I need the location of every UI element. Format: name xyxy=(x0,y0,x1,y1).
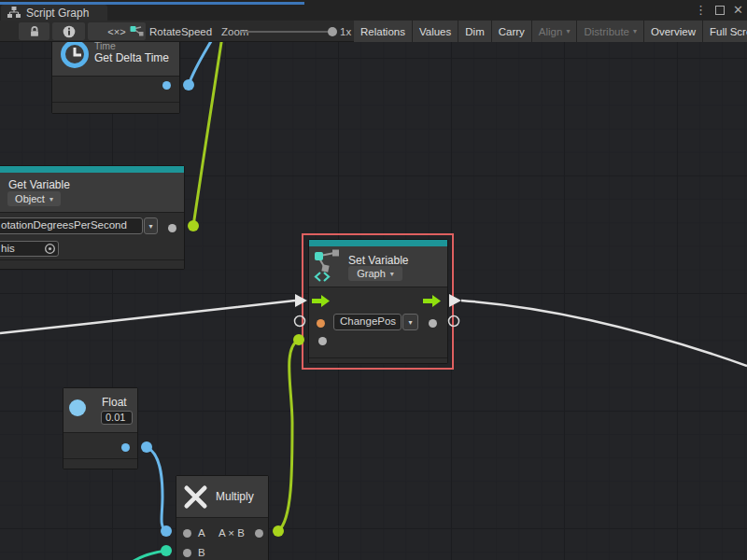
variable-name-dropdown-button[interactable]: ▾ xyxy=(144,217,158,234)
float-output-port[interactable] xyxy=(121,443,130,452)
wire-endpoint xyxy=(183,79,194,91)
multiply-result-wire[interactable] xyxy=(278,340,299,531)
tab-bar: Script Graph ⋮ ✕ xyxy=(0,0,747,21)
multiply-icon xyxy=(183,484,208,510)
flow-input-arrow[interactable] xyxy=(312,295,331,307)
toolbar-buttons: Relations Values Dim Carry Align▾ Distri… xyxy=(354,21,747,42)
graph-breadcrumb[interactable]: RotateSpeed xyxy=(130,21,212,42)
node-get-delta-time[interactable]: Time Get Delta Time xyxy=(51,42,180,114)
code-view-icon: <×> xyxy=(107,26,125,37)
info-icon xyxy=(63,25,76,38)
variable-scope-dropdown[interactable]: Object▾ xyxy=(7,191,61,206)
unity-script-graph-window: Script Graph ⋮ ✕ <×> xyxy=(0,0,747,560)
graph-canvas[interactable]: Time Get Delta Time Get Variable Object▾… xyxy=(0,42,747,560)
maximize-icon[interactable] xyxy=(715,6,725,15)
input-a-label: A xyxy=(198,527,205,539)
float-wire[interactable] xyxy=(147,447,166,531)
chevron-down-icon: ▾ xyxy=(49,195,53,203)
chevron-down-icon: ▾ xyxy=(148,222,152,231)
node-title: Get Variable xyxy=(8,178,70,191)
tab-title: Script Graph xyxy=(26,7,89,20)
menu-icon[interactable]: ⋮ xyxy=(695,2,707,19)
wire-endpoint xyxy=(188,220,199,231)
input-b-port[interactable] xyxy=(183,549,191,557)
chevron-down-icon: ▾ xyxy=(408,318,412,327)
node-float[interactable]: Float 0.01 xyxy=(63,387,138,469)
variable-name-text: otationDegreesPerSecond xyxy=(1,219,127,231)
zoom-slider-handle[interactable] xyxy=(328,27,337,36)
output-label: A × B xyxy=(218,527,245,539)
zoom-value: 1x xyxy=(340,21,351,42)
variable-name-text: ChangePos xyxy=(340,315,396,327)
graph-node-icon xyxy=(130,25,144,37)
variable-input-port[interactable] xyxy=(317,319,325,328)
flow-wire-left[interactable] xyxy=(0,301,295,333)
carry-button[interactable]: Carry xyxy=(492,21,531,42)
node-title: Get Delta Time xyxy=(94,51,169,64)
variable-node-strip xyxy=(309,240,447,246)
graph-toolbar: <×> RotateSpeed Zoom 1x Relations Values… xyxy=(0,21,747,42)
node-title: Float xyxy=(102,396,127,409)
flow-output-arrow[interactable] xyxy=(423,295,442,307)
wire-endpoint xyxy=(273,525,284,537)
lock-button[interactable] xyxy=(19,22,49,40)
overview-button[interactable]: Overview xyxy=(644,21,702,42)
dim-button[interactable]: Dim xyxy=(458,21,490,42)
values-button[interactable]: Values xyxy=(413,21,458,42)
output-port[interactable] xyxy=(255,529,263,538)
node-get-variable[interactable]: Get Variable Object▾ otationDegreesPerSe… xyxy=(0,165,185,270)
input-a-port[interactable] xyxy=(183,529,191,538)
input-b-label: B xyxy=(198,547,205,558)
get-variable-wire[interactable] xyxy=(193,42,222,226)
node-category: Time xyxy=(94,42,116,51)
variable-scope-dropdown[interactable]: Graph▾ xyxy=(348,266,402,281)
chevron-down-icon: ▾ xyxy=(566,27,570,35)
flow-wire-right[interactable] xyxy=(461,301,747,366)
clock-icon xyxy=(59,42,91,70)
float-value-text: 0.01 xyxy=(106,412,125,423)
wire-endpoint xyxy=(161,525,172,537)
window-controls: ⋮ ✕ xyxy=(695,2,743,19)
tab-script-graph[interactable]: Script Graph xyxy=(1,5,107,21)
set-variable-icon xyxy=(314,249,342,283)
variable-node-strip xyxy=(0,166,184,173)
graph-name: RotateSpeed xyxy=(149,26,212,37)
chevron-down-icon: ▾ xyxy=(390,270,394,278)
value-input-port[interactable] xyxy=(318,337,327,345)
wire-endpoint xyxy=(161,545,172,556)
object-picker-icon[interactable] xyxy=(44,243,56,255)
node-title: Set Variable xyxy=(348,254,408,267)
variable-name-dropdown-button[interactable]: ▾ xyxy=(402,314,418,330)
node-set-variable[interactable]: Set Variable Graph▾ ChangePos ▾ xyxy=(308,239,448,364)
delta-time-wire[interactable] xyxy=(189,42,214,85)
delta-time-output-port[interactable] xyxy=(162,81,171,90)
lock-icon xyxy=(28,25,41,38)
full-screen-button[interactable]: Full Screen xyxy=(703,21,747,42)
distribute-button[interactable]: Distribute▾ xyxy=(577,21,643,42)
script-graph-icon xyxy=(7,7,21,19)
float-icon xyxy=(69,399,86,416)
chevron-down-icon: ▾ xyxy=(633,27,637,35)
variable-value-output-port[interactable] xyxy=(168,224,176,232)
relations-button[interactable]: Relations xyxy=(354,21,412,42)
node-multiply[interactable]: Multiply A A × B B xyxy=(176,475,269,560)
teal-wire[interactable] xyxy=(131,551,166,560)
wire-endpoint xyxy=(141,441,152,453)
align-button[interactable]: Align▾ xyxy=(532,21,577,42)
node-title: Multiply xyxy=(216,490,254,503)
zoom-slider[interactable] xyxy=(241,31,329,33)
target-object-text: his xyxy=(1,243,15,254)
variable-value-output-port[interactable] xyxy=(429,319,437,328)
info-button[interactable] xyxy=(52,22,85,40)
close-icon[interactable]: ✕ xyxy=(733,2,743,19)
